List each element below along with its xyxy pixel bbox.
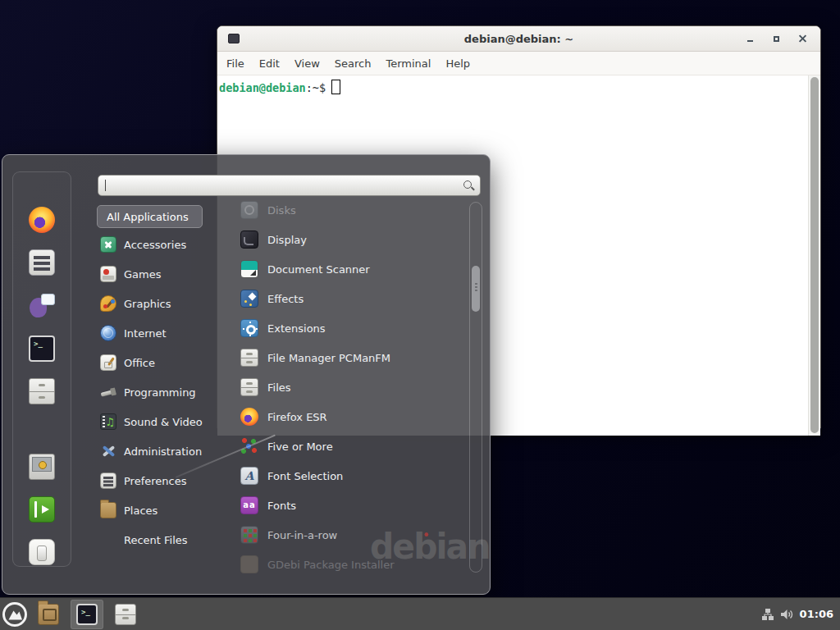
category-label: Internet	[124, 327, 167, 340]
application-list: DisksDisplayDocument ScannerEffectsExten…	[237, 195, 468, 579]
terminal-glyph: >_	[30, 337, 53, 360]
category-programming[interactable]: Programming	[97, 377, 221, 407]
app-file-manager-pcmanfm[interactable]: File Manager PCManFM	[237, 343, 468, 372]
taskbar-terminal-button[interactable]: >_	[71, 600, 103, 629]
session-logout[interactable]	[27, 495, 57, 524]
category-games[interactable]: Games	[97, 259, 221, 289]
category-graphics[interactable]: Graphics	[97, 289, 221, 318]
app-label: Files	[267, 381, 291, 394]
app-list-scrollbar[interactable]	[469, 202, 482, 573]
category-label: Administration	[124, 445, 202, 458]
search-box[interactable]	[98, 175, 481, 196]
favorite-file-manager[interactable]	[27, 377, 57, 406]
category-sound-video[interactable]: ♫Sound & Video	[97, 407, 221, 436]
sound-video-glyph: ♫	[101, 414, 116, 429]
app-label: Five or More	[267, 441, 333, 453]
app-fonts[interactable]: aaFonts	[237, 491, 468, 520]
app-files[interactable]: Files	[237, 372, 468, 402]
terminal-menu-help[interactable]: Help	[438, 57, 477, 70]
category-preferences[interactable]: Preferences	[97, 466, 221, 495]
application-menu: debian >_ All ApplicationsAccessoriesGam…	[2, 154, 491, 595]
app-extensions[interactable]: Extensions	[237, 313, 468, 343]
lock-screen-icon	[29, 454, 55, 480]
logout-icon	[29, 496, 55, 523]
pidgin-icon	[29, 292, 55, 318]
terminal-scrollbar-thumb[interactable]	[810, 77, 819, 433]
document-scanner-icon	[240, 260, 258, 278]
terminal-menu-search[interactable]: Search	[327, 57, 379, 70]
category-all-applications[interactable]: All Applications	[97, 205, 203, 228]
session-lock-screen[interactable]	[27, 452, 57, 482]
network-icon[interactable]	[761, 608, 774, 621]
taskbar-file-manager-button[interactable]	[32, 600, 65, 629]
prompt-user: debian@debian	[219, 81, 306, 94]
prompt-suffix: :~$	[306, 81, 326, 94]
programming-icon	[100, 384, 116, 400]
app-firefox-esr[interactable]: Firefox ESR	[237, 402, 468, 431]
firefox-icon	[240, 408, 258, 426]
window-list: >_	[32, 600, 142, 629]
category-label: Places	[124, 504, 158, 517]
terminal-menu-view[interactable]: View	[287, 57, 327, 70]
favorite-firefox-browser[interactable]	[27, 205, 57, 235]
app-label: GDebi Package Installer	[267, 559, 395, 571]
search-icon	[463, 180, 472, 189]
no-icon	[100, 532, 116, 548]
category-administration[interactable]: Administration	[97, 436, 221, 466]
app-disks[interactable]: Disks	[237, 195, 468, 225]
administration-icon	[100, 443, 116, 459]
app-label: Fonts	[267, 500, 296, 512]
app-gdebi-package-installer[interactable]: GDebi Package Installer	[237, 550, 468, 579]
taskbar-files-button[interactable]	[109, 600, 142, 629]
favorite-terminal[interactable]: >_	[27, 334, 57, 363]
office-icon	[100, 354, 116, 371]
category-internet[interactable]: Internet	[97, 318, 221, 348]
category-places[interactable]: Places	[97, 495, 221, 525]
app-list-scrollbar-thumb[interactable]	[472, 266, 480, 312]
terminal-scrollbar[interactable]	[808, 75, 820, 436]
app-label: Font Selection	[267, 470, 343, 482]
volume-icon[interactable]	[780, 608, 794, 621]
clock[interactable]: 01:06	[800, 608, 833, 620]
session-power-off[interactable]	[27, 537, 57, 567]
terminal-menu-terminal[interactable]: Terminal	[378, 57, 438, 70]
app-effects[interactable]: Effects	[237, 284, 468, 313]
app-display[interactable]: Display	[237, 225, 468, 254]
category-label: Graphics	[124, 298, 171, 310]
terminal-cursor	[331, 80, 340, 94]
terminal-menu-file[interactable]: File	[219, 57, 252, 70]
minimize-button[interactable]	[745, 34, 756, 44]
maximize-button[interactable]	[771, 34, 782, 44]
extensions-icon	[240, 319, 258, 337]
favorite-pidgin-messenger[interactable]	[27, 290, 57, 320]
category-office[interactable]: Office	[97, 348, 221, 377]
terminal-icon: >_	[29, 336, 55, 362]
taskbar: >_ 01:06	[0, 597, 840, 630]
app-document-scanner[interactable]: Document Scanner	[237, 254, 468, 284]
app-label: File Manager PCManFM	[267, 352, 390, 364]
search-input[interactable]	[98, 176, 480, 195]
category-recent-files[interactable]: Recent Files	[97, 525, 221, 555]
terminal-icon: >_	[76, 604, 98, 625]
terminal-titlebar[interactable]: debian@debian: ~	[217, 26, 820, 52]
fonts-icon: aa	[240, 496, 258, 514]
terminal-menubar: FileEditViewSearchTerminalHelp	[217, 52, 820, 75]
app-label: Extensions	[267, 322, 326, 335]
favorite-control-center[interactable]	[27, 248, 57, 277]
window-controls	[745, 34, 808, 44]
category-label: Sound & Video	[124, 416, 203, 428]
preferences-icon	[100, 472, 116, 489]
category-label: Programming	[124, 386, 196, 399]
category-label: Recent Files	[124, 534, 188, 546]
menu-button[interactable]	[2, 601, 28, 628]
app-four-in-a-row[interactable]: Four-in-a-row	[237, 520, 468, 550]
terminal-menu-edit[interactable]: Edit	[252, 57, 287, 70]
category-list: All ApplicationsAccessoriesGamesGraphics…	[97, 205, 221, 555]
file-cabinet-icon	[240, 349, 258, 367]
accessories-icon	[100, 236, 116, 253]
terminal-window-icon	[228, 34, 240, 43]
app-label: Effects	[267, 293, 304, 305]
category-accessories[interactable]: Accessories	[97, 230, 221, 259]
app-font-selection[interactable]: AFont Selection	[237, 461, 468, 491]
close-button[interactable]	[797, 34, 808, 44]
